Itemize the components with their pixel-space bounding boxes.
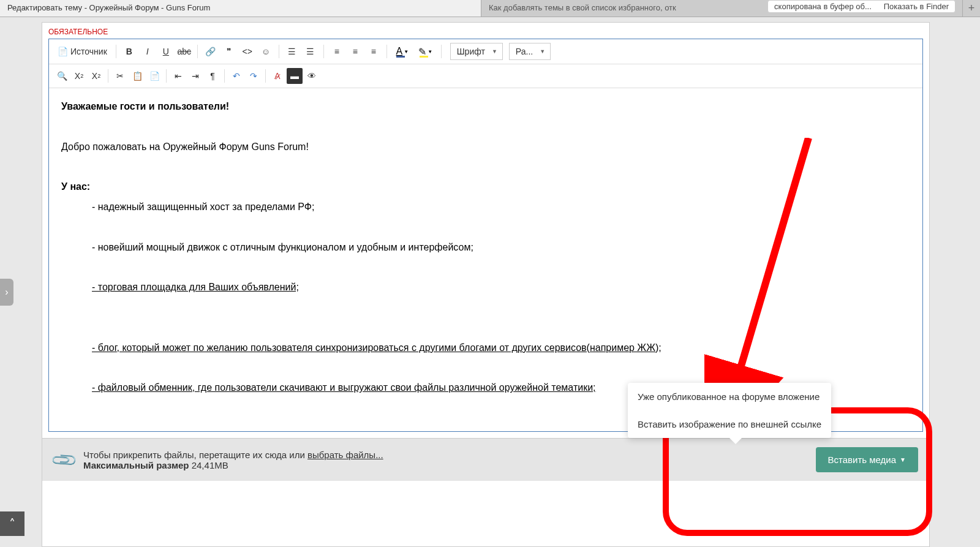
side-expand-handle[interactable]: › — [0, 279, 13, 306]
source-button[interactable]: 📄 Источник — [54, 43, 111, 59]
ltr-button[interactable]: ¶ — [205, 68, 221, 84]
quote-button[interactable]: ❞ — [221, 43, 237, 59]
editor-content[interactable]: Уважаемые гости и пользователи! Добро по… — [49, 88, 922, 431]
underline-button[interactable]: U — [158, 43, 174, 59]
undo-button[interactable]: ↶ — [228, 68, 244, 84]
editor-panel: ОБЯЗАТЕЛЬНОЕ 📄 Источник B I U abc 🔗 ❞ <>… — [42, 22, 930, 547]
insert-media-button[interactable]: Вставить медиа ▼ — [816, 447, 918, 472]
popover-option-url[interactable]: Вставить изображение по внешней ссылке — [628, 410, 831, 438]
preview-button[interactable]: 👁 — [304, 68, 320, 84]
outdent-button[interactable]: ⇤ — [170, 68, 186, 84]
attach-hint: Чтобы прикрепить файлы, перетащите их сю… — [83, 450, 383, 470]
new-tab-button[interactable]: + — [963, 0, 980, 17]
cut-button[interactable]: ✂ — [112, 68, 128, 84]
highlight-color-button[interactable]: ✎▼ — [415, 43, 436, 59]
find-button[interactable]: 🔍 — [54, 68, 70, 84]
code-button[interactable]: <> — [239, 43, 255, 59]
align-right-button[interactable]: ≡ — [366, 43, 382, 59]
system-notification: скопирована в буфер об... Показать в Fin… — [767, 0, 956, 13]
bulleted-list-button[interactable]: ☰ — [284, 43, 300, 59]
notification-text: скопирована в буфер об... — [774, 2, 872, 11]
size-select[interactable]: Ра... — [509, 43, 551, 60]
required-label: ОБЯЗАТЕЛЬНОЕ — [42, 23, 929, 39]
chevron-down-icon: ▼ — [900, 456, 906, 463]
subscript-button[interactable]: X2 — [71, 68, 87, 84]
we-have: У нас: — [61, 181, 90, 192]
toolbar-row-2: 🔍 X2 X2 ✂ 📋 📄 ⇤ ⇥ ¶ ↶ ↷ A̷ ▬ 👁 — [49, 64, 922, 88]
toolbar-row-1: 📄 Источник B I U abc 🔗 ❞ <> ☺ ☰ ☰ ≡ ≡ ≡ … — [49, 39, 922, 64]
list-item-link[interactable]: - блог, который может по желанию пользов… — [92, 342, 662, 353]
paste-button[interactable]: 📋 — [129, 68, 145, 84]
list-item: - надежный защищенный хост за пределами … — [61, 198, 910, 216]
superscript-button[interactable]: X2 — [88, 68, 104, 84]
choose-files-link[interactable]: выбрать файлы... — [307, 450, 383, 460]
source-icon: 📄 — [58, 47, 68, 56]
source-label: Источник — [70, 47, 107, 56]
reveal-finder-link[interactable]: Показать в Finder — [884, 2, 949, 11]
editor-container: 📄 Источник B I U abc 🔗 ❞ <> ☺ ☰ ☰ ≡ ≡ ≡ … — [48, 39, 923, 432]
maxsize-value: 24,41MB — [192, 460, 228, 470]
remove-format-button[interactable]: A̷ — [270, 68, 285, 84]
list-item-link[interactable]: - файловый обменник, где пользователи ск… — [92, 382, 596, 393]
link-button[interactable]: 🔗 — [203, 43, 219, 59]
paste-text-button[interactable]: 📄 — [146, 68, 162, 84]
insert-media-popover: Уже опубликованное на форуме вложение Вс… — [628, 383, 831, 438]
align-center-button[interactable]: ≡ — [347, 43, 363, 59]
codeblock-button[interactable]: ▬ — [287, 68, 303, 84]
list-item-link[interactable]: - торговая площадка для Ваших объявлений… — [92, 282, 299, 292]
welcome-text: Добро пожаловать на Оружейный Форум Guns… — [61, 138, 910, 156]
indent-button[interactable]: ⇥ — [187, 68, 203, 84]
align-left-button[interactable]: ≡ — [329, 43, 345, 59]
bold-button[interactable]: B — [121, 43, 137, 59]
attachment-bar: 📎 Чтобы прикрепить файлы, перетащите их … — [42, 438, 929, 481]
paperclip-icon: 📎 — [49, 445, 78, 474]
attach-hint-text: Чтобы прикрепить файлы, перетащите их сю… — [83, 450, 307, 460]
insert-media-label: Вставить медиа — [828, 455, 897, 465]
greeting: Уважаемые гости и пользователи! — [61, 101, 229, 111]
emoji-button[interactable]: ☺ — [258, 43, 274, 59]
list-item: - новейший мощный движок с отличным функ… — [61, 239, 910, 257]
font-select[interactable]: Шрифт — [450, 43, 503, 60]
maxsize-label: Максимальный размер — [83, 460, 189, 470]
redo-button[interactable]: ↷ — [246, 68, 262, 84]
text-color-button[interactable]: A▼ — [392, 43, 413, 59]
scroll-top-button[interactable]: ˄ — [0, 511, 24, 536]
tab-active[interactable]: Редактировать тему - Оружейный Форум - G… — [0, 0, 481, 17]
numbered-list-button[interactable]: ☰ — [303, 43, 318, 59]
italic-button[interactable]: I — [140, 43, 156, 59]
strikethrough-button[interactable]: abc — [176, 43, 192, 59]
popover-option-existing[interactable]: Уже опубликованное на форуме вложение — [628, 383, 831, 410]
